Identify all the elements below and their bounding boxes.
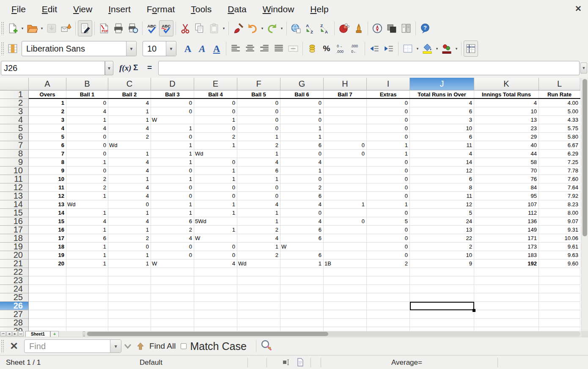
cell-B11[interactable]: 2 (66, 175, 108, 183)
draw-functions-icon[interactable] (351, 20, 365, 36)
cell-H20[interactable] (324, 251, 367, 260)
cell-L22[interactable] (539, 268, 580, 276)
cell-E27[interactable] (194, 310, 237, 319)
cell-D4[interactable]: W (151, 116, 194, 124)
cell-B17[interactable]: 1 (66, 226, 108, 234)
cell-G13[interactable]: 6 (280, 192, 324, 200)
cell-F2[interactable]: 0 (237, 99, 280, 107)
cell-F12[interactable]: 0 (237, 183, 280, 192)
cell-A18[interactable]: 17 (29, 234, 66, 243)
cell-H2[interactable] (324, 99, 367, 107)
cell-K15[interactable]: 112 (474, 209, 539, 217)
row-header-12[interactable]: 12 (0, 183, 29, 192)
cell-C20[interactable]: 1 (108, 251, 151, 260)
cell-H7[interactable]: 0 (324, 141, 367, 150)
cell-G21[interactable]: 1 (280, 260, 324, 268)
cell-L24[interactable] (539, 285, 580, 293)
row-header-23[interactable]: 23 (0, 276, 29, 285)
cell-F15[interactable]: 1 (237, 209, 280, 217)
cell-B12[interactable]: 2 (66, 183, 108, 192)
cell-A15[interactable]: 14 (29, 209, 66, 217)
cell-J18[interactable]: 22 (410, 234, 474, 243)
cell-I29[interactable] (367, 327, 410, 331)
cell-G18[interactable]: 6 (280, 234, 324, 243)
cell-C11[interactable]: 1 (108, 175, 151, 183)
cell-A24[interactable] (29, 285, 66, 293)
font-size-input[interactable] (143, 44, 166, 54)
cell-B14[interactable]: Wd (66, 200, 108, 209)
redo-icon[interactable] (265, 20, 279, 36)
gallery-icon[interactable] (385, 20, 399, 36)
cell-G27[interactable] (280, 310, 324, 319)
first-sheet-button[interactable]: ⏮ (0, 331, 6, 336)
cell-E16[interactable]: 5Wd (194, 217, 237, 226)
cell-B20[interactable]: 1 (66, 251, 108, 260)
input-line[interactable] (158, 61, 580, 75)
cell-B9[interactable]: 1 (66, 158, 108, 167)
open-document-icon[interactable] (25, 20, 39, 36)
cell-A19[interactable]: 18 (29, 243, 66, 251)
cell-A10[interactable]: 9 (29, 167, 66, 175)
borders-dropdown-arrow[interactable]: ▾ (415, 41, 420, 57)
cell-H11[interactable] (324, 175, 367, 183)
italic-icon[interactable]: A (195, 41, 209, 57)
cell-B23[interactable] (66, 276, 108, 285)
cell-C26[interactable] (108, 302, 151, 310)
cell-G11[interactable]: 0 (280, 175, 324, 183)
font-name-combobox[interactable]: ▼ (22, 41, 137, 56)
cell-F1[interactable]: Ball 5 (237, 90, 280, 99)
cell-I14[interactable]: 1 (367, 200, 410, 209)
cell-I17[interactable]: 0 (367, 226, 410, 234)
cell-D15[interactable]: 1 (151, 209, 194, 217)
cell-A1[interactable]: Overs (29, 90, 66, 99)
cell-A28[interactable] (29, 319, 66, 327)
cell-F11[interactable]: 1 (237, 175, 280, 183)
row-header-6[interactable]: 6 (0, 133, 29, 141)
cell-D22[interactable] (151, 268, 194, 276)
cell-A5[interactable]: 4 (29, 124, 66, 133)
cell-L1[interactable]: Run Rate (539, 90, 580, 99)
cell-A29[interactable] (29, 327, 66, 331)
export-pdf-icon[interactable]: PDF (97, 20, 111, 36)
cell-C12[interactable]: 4 (108, 183, 151, 192)
cell-G19[interactable]: W (280, 243, 324, 251)
cell-D12[interactable]: 0 (151, 183, 194, 192)
cell-H15[interactable] (324, 209, 367, 217)
cell-F25[interactable] (237, 293, 280, 302)
delete-decimal-icon[interactable]: .0000← (348, 41, 363, 57)
cell-L29[interactable] (539, 327, 580, 331)
cell-K14[interactable]: 107 (474, 200, 539, 209)
cell-I6[interactable]: 0 (367, 133, 410, 141)
cell-H24[interactable] (324, 285, 367, 293)
cell-J11[interactable]: 6 (410, 175, 474, 183)
cell-C10[interactable]: 4 (108, 167, 151, 175)
last-sheet-button[interactable]: ⏭ (18, 331, 24, 336)
cell-C6[interactable]: 2 (108, 133, 151, 141)
cell-I10[interactable]: 0 (367, 167, 410, 175)
cell-L13[interactable]: 7.92 (539, 192, 580, 200)
sheet-tab[interactable]: Sheet1 (25, 331, 50, 337)
cell-J2[interactable]: 4 (410, 99, 474, 107)
cell-G8[interactable]: 0 (280, 150, 324, 158)
cell-D29[interactable] (151, 327, 194, 331)
cell-D20[interactable]: 0 (151, 251, 194, 260)
cell-G12[interactable]: 2 (280, 183, 324, 192)
cell-F13[interactable]: 0 (237, 192, 280, 200)
cell-H23[interactable] (324, 276, 367, 285)
cell-H5[interactable] (324, 124, 367, 133)
cell-C18[interactable]: 2 (108, 234, 151, 243)
align-justify-icon[interactable] (272, 41, 286, 57)
cell-D1[interactable]: Ball 3 (151, 90, 194, 99)
cell-B16[interactable]: 4 (66, 217, 108, 226)
cell-E13[interactable]: 0 (194, 192, 237, 200)
cell-I9[interactable]: 0 (367, 158, 410, 167)
cell-K11[interactable]: 76 (474, 175, 539, 183)
cell-I22[interactable] (367, 268, 410, 276)
cell-F17[interactable]: 2 (237, 226, 280, 234)
cell-K16[interactable]: 136 (474, 217, 539, 226)
column-header-I[interactable]: I (367, 78, 410, 90)
cell-D18[interactable]: 4 (151, 234, 194, 243)
cell-A27[interactable] (29, 310, 66, 319)
cell-L8[interactable]: 6.29 (539, 150, 580, 158)
clone-formatting-icon[interactable] (231, 20, 245, 36)
